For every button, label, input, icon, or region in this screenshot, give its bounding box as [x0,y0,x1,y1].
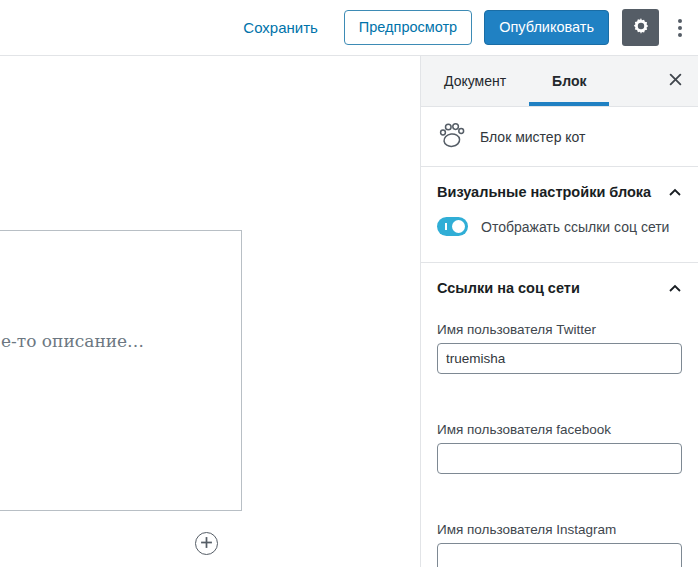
toggle-knob [452,220,465,233]
field-group-twitter: Имя пользователя Twitter [421,322,698,374]
more-vertical-icon [678,19,682,37]
toggle-row: Отображать ссылки соц сети [421,215,698,262]
twitter-username-input[interactable] [437,343,682,374]
instagram-username-input[interactable] [437,543,682,567]
settings-sidebar: Документ Блок Блок мистер кот Визуальные… [420,56,698,567]
panel-social-links: Ссылки на соц сети Имя пользователя Twit… [421,262,698,567]
block-card-title: Блок мистер кот [480,129,586,145]
chevron-up-icon [668,184,682,200]
block-inserter-button[interactable] [195,532,218,555]
more-menu-button[interactable] [672,15,688,41]
editor-topbar: Сохранить Предпросмотр Опубликовать [0,0,698,56]
instagram-username-label: Имя пользователя Instagram [437,522,682,537]
toggle-on-bar [445,223,447,230]
panel-visual-settings: Визуальные настройки блока Отображать сс… [421,167,698,262]
block-card: Блок мистер кот [421,107,698,167]
toggle-label: Отображать ссылки соц сети [481,219,669,235]
field-group-instagram: Имя пользователя Instagram [421,522,698,567]
chevron-up-icon [668,280,682,296]
selected-block-outline[interactable] [0,230,242,511]
panel-title: Ссылки на соц сети [437,280,580,296]
facebook-username-input[interactable] [437,443,682,474]
facebook-username-label: Имя пользователя facebook [437,422,682,437]
panel-visual-settings-header[interactable]: Визуальные настройки блока [421,167,698,215]
settings-button[interactable] [622,9,659,46]
show-social-links-toggle[interactable] [437,217,468,236]
tab-document[interactable]: Документ [421,56,529,106]
save-draft-button[interactable]: Сохранить [243,19,318,36]
block-description-placeholder[interactable]: е-то описание… [1,331,144,351]
close-icon [669,73,682,89]
twitter-username-label: Имя пользователя Twitter [437,322,682,337]
preview-button[interactable]: Предпросмотр [344,10,472,45]
panel-title: Визуальные настройки блока [437,184,651,200]
sidebar-tab-header: Документ Блок [421,56,698,107]
editor-canvas: е-то описание… [0,56,420,567]
field-group-facebook: Имя пользователя facebook [421,422,698,474]
tab-block[interactable]: Блок [529,56,609,106]
close-sidebar-button[interactable] [663,56,688,106]
gear-icon [631,16,651,39]
paw-icon [437,120,466,153]
publish-button[interactable]: Опубликовать [484,10,609,45]
panel-social-links-header[interactable]: Ссылки на соц сети [421,263,698,311]
plus-circle-icon [200,535,213,552]
